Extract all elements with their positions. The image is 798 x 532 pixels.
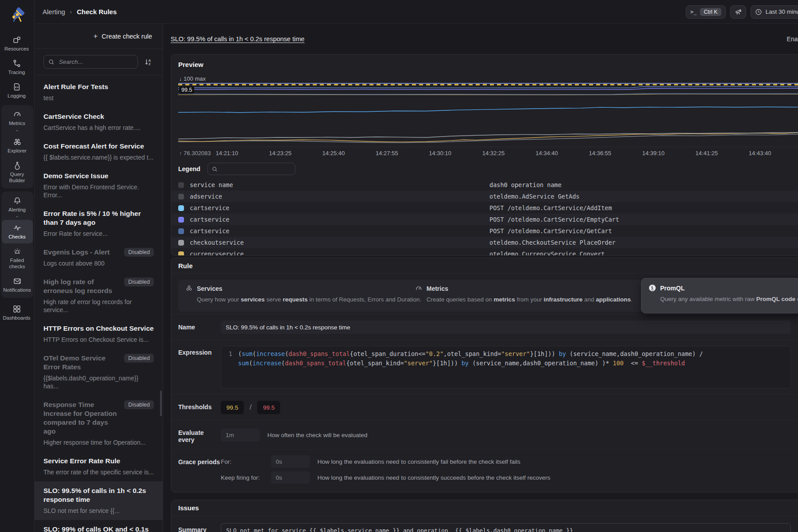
telescope-button[interactable] — [730, 5, 746, 19]
degraded-threshold-input[interactable] — [221, 401, 244, 414]
sidebar-item-tracing[interactable]: Tracing — [1, 55, 32, 79]
rule-search-box — [43, 55, 138, 69]
grace-keep-firing-input[interactable] — [271, 471, 310, 484]
legend-operation-name: oteldemo.CurrencyService Convert — [489, 250, 798, 255]
summary-row: Summary — [171, 516, 798, 532]
sidebar-item-failed-checks[interactable]: Failed checks — [2, 243, 33, 273]
rule-list-item[interactable]: CartService CheckCartService has a high … — [35, 107, 163, 137]
rule-list-item[interactable]: Error Rate is 5% / 10 % higher than 7 da… — [35, 204, 163, 243]
rule-item-description: SLO not met for service {{... — [43, 507, 154, 515]
rule-item-description: HTTP Errors on Checkout Service is... — [43, 336, 154, 344]
sidebar-item-metrics[interactable]: Metrics⌄ — [2, 106, 33, 134]
telescope-icon — [735, 8, 742, 16]
dash0-logo[interactable] — [8, 5, 27, 25]
evaluate-interval-input[interactable] — [221, 428, 260, 442]
rule-item-description: CartService has a high error rate.... — [43, 124, 154, 132]
rail-group-alerting: Alerting⌄ChecksFailed checksNotification… — [1, 192, 33, 298]
mode-description: Query any available metric with raw Prom… — [660, 295, 798, 304]
sidebar-item-notifications[interactable]: Notifications — [2, 273, 33, 297]
services-icon — [185, 285, 193, 292]
x-axis-tick: 14:36:55 — [589, 150, 611, 156]
thresholds-label: Thresholds — [178, 400, 221, 414]
rule-list-item[interactable]: Cost Forecast Alert for Service{{ $label… — [35, 137, 163, 167]
x-axis-tick: 14:43:40 — [749, 150, 771, 156]
grace-for-input[interactable] — [271, 455, 310, 468]
threshold-separator: / — [250, 403, 251, 411]
ctrl-k-shortcut: Ctrl K — [700, 8, 721, 16]
sidebar-item-resources[interactable]: Resources — [1, 32, 32, 55]
disabled-badge: Disabled — [124, 400, 154, 409]
rule-list-item[interactable]: OTel Demo Service Error RatesDisabled{{$… — [35, 349, 163, 395]
sidebar-item-label: Dashboards — [3, 315, 30, 321]
query-mode-selector: Services Query how your services serve r… — [178, 278, 798, 313]
legend-search-input[interactable] — [220, 165, 291, 173]
rule-list-item[interactable]: SLO: 99% of calls OK and < 0.1s response… — [35, 520, 163, 532]
sort-button[interactable]: A Z — [144, 58, 153, 66]
content-area: + Create check rule A — [35, 24, 798, 532]
rule-list-item[interactable]: SLO: 99.5% of calls in 1h < 0.2s respons… — [35, 481, 163, 520]
expression-row: Expression 1 (sum(increase(dash0_spans_t… — [171, 340, 798, 394]
legend-series-row[interactable]: cartservicePOST /oteldemo.CartService/Ad… — [171, 202, 798, 214]
rule-item-title: SLO: 99% of calls OK and < 0.1s response… — [43, 525, 154, 532]
line-number: 1 — [221, 349, 238, 385]
list-scrollbar-thumb[interactable] — [160, 391, 162, 416]
rule-list-item[interactable]: Evgenis Logs - AlertDisabledLogs count a… — [35, 243, 163, 273]
x-axis-tick: 14:25:40 — [322, 150, 345, 156]
rule-list-item[interactable]: High log rate of erroneus log recordsDis… — [35, 273, 163, 319]
evaluate-help-text: How often the check will be evaluated — [267, 432, 368, 438]
legend-series-row[interactable]: cartservicePOST /oteldemo.CartService/Ge… — [171, 225, 798, 237]
rule-list-item[interactable]: Service Error Rate RuleThe error rate of… — [35, 452, 163, 481]
tracing-icon — [12, 59, 21, 68]
sidebar-item-checks[interactable]: Checks — [2, 220, 33, 243]
preview-title: Preview — [171, 55, 798, 74]
grace-period-row: For:How long the evaluations need to con… — [221, 455, 791, 468]
rule-item-title: HTTP Errors on Checkout Service — [43, 324, 154, 333]
mode-description: Query how your services serve requests i… — [197, 295, 444, 304]
legend-series-row[interactable]: adserviceoteldemo.AdService GetAds — [171, 191, 798, 202]
sidebar-item-label: Resources — [4, 46, 29, 52]
evaluate-label: Evaluate every — [178, 426, 221, 443]
legend-operation-name: oteldemo.CheckoutService PlaceOrder — [489, 239, 798, 246]
rule-item-description: Higher response time for Operation... — [43, 438, 154, 446]
rule-title-link[interactable]: SLO: 99.5% of calls in 1h < 0.2s respons… — [171, 35, 305, 43]
alerting-icon — [13, 196, 22, 205]
failed-threshold-input[interactable] — [257, 401, 280, 414]
rule-list-item[interactable]: Demo Service IssueError with Demo Fronte… — [35, 167, 163, 204]
mode-option-promql-selected[interactable]: PromQL Query any available metric with r… — [641, 278, 798, 313]
rule-name-input[interactable] — [221, 321, 791, 334]
sidebar-item-label: Metrics — [9, 121, 25, 127]
right-column: Alerting › Check Rules >_ Ctrl K — [35, 0, 798, 532]
series-color-swatch — [178, 251, 184, 256]
sidebar-item-dashboards[interactable]: Dashboards — [1, 301, 32, 325]
legend-series-row[interactable]: checkoutserviceoteldemo.CheckoutService … — [171, 237, 798, 248]
series-color-swatch — [178, 240, 184, 246]
legend-series-row[interactable]: currencyserviceoteldemo.CurrencyService … — [171, 248, 798, 255]
sidebar-item-logging[interactable]: Logging — [1, 79, 32, 102]
sidebar-item-alerting[interactable]: Alerting⌄ — [2, 193, 33, 220]
name-label: Name — [178, 321, 221, 334]
x-axis-tick: 14:32:25 — [482, 150, 505, 156]
legend-series-row[interactable]: cartservicePOST /oteldemo.CartService/Em… — [171, 214, 798, 225]
rule-list-item[interactable]: HTTP Errors on Checkout ServiceHTTP Erro… — [35, 319, 163, 349]
issue-summary-input[interactable] — [221, 523, 791, 532]
rule-list-item[interactable]: Alert Rule For Teststest — [35, 78, 163, 107]
create-check-rule-button[interactable]: + Create check rule — [93, 32, 152, 41]
sidebar-item-label: Query Builder — [2, 172, 33, 184]
chart-x-axis: ↑ 76.302083 14:21:1014:23:2514:25:4014:2… — [178, 147, 798, 158]
breadcrumb-alerting[interactable]: Alerting — [43, 8, 65, 16]
command-palette-button[interactable]: >_ Ctrl K — [686, 5, 726, 19]
main-panel: SLO: 99.5% of calls in 1h < 0.2s respons… — [163, 24, 798, 532]
rule-item-title: High log rate of erroneus log records — [43, 278, 121, 295]
mode-option-services[interactable]: Services Query how your services serve r… — [185, 285, 444, 304]
rule-search-input[interactable] — [58, 58, 133, 66]
mode-description: Create queries based on metrics from you… — [426, 295, 674, 304]
rule-item-description: Logs count above 800 — [43, 259, 154, 267]
disabled-badge: Disabled — [124, 354, 154, 363]
rule-list-item[interactable]: Response Time Increase for Operation com… — [35, 395, 163, 452]
promql-expression-editor[interactable]: 1 (sum(increase(dash0_spans_total{otel_s… — [221, 346, 791, 388]
x-axis-tick: 14:23:25 — [269, 150, 292, 156]
sidebar-item-explorer[interactable]: Explorer — [2, 134, 33, 157]
mode-option-metrics[interactable]: Metrics Create queries based on metrics … — [415, 285, 674, 304]
sidebar-item-query-builder[interactable]: Query Builder — [2, 157, 33, 187]
time-range-button[interactable]: Last 30 minutes — [751, 5, 798, 19]
